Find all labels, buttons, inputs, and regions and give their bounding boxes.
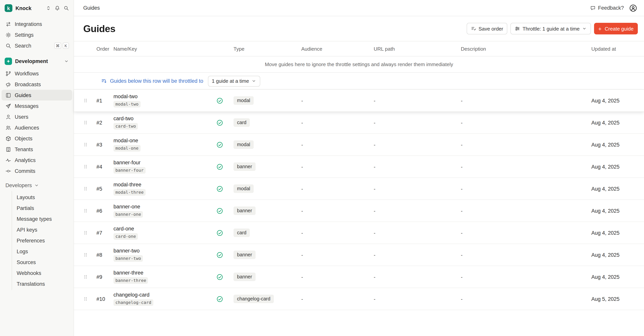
guide-row[interactable]: #3 modal-one modal-one modal - - - Aug 4… [74,134,644,156]
sidebar-item-users[interactable]: Users [2,111,72,122]
app-window: k Knock Integrations Settings Search [0,0,644,336]
sidebar-item-broadcasts[interactable]: Broadcasts [2,79,72,90]
drag-handle-icon[interactable] [83,252,88,258]
drag-handle-icon[interactable] [83,97,88,104]
guide-updated-at: Aug 4, 2025 [591,208,638,214]
sidebar-item-workflows[interactable]: Workflows [2,68,72,79]
guide-row[interactable]: #4 banner-four banner-four banner - - - … [74,156,644,178]
drag-handle-icon[interactable] [83,164,88,170]
guide-name: changelog-card [114,292,216,298]
guide-key: card-two [114,123,138,130]
throttle-sort-icon [101,78,107,84]
objects-icon [6,136,11,141]
sidebar-item-audiences[interactable]: Audiences [2,122,72,133]
no-throttle-dropzone[interactable]: Move guides here to ignore the throttle … [74,56,644,73]
throttle-dropdown-button[interactable]: Throttle: 1 guide at a time [510,23,591,34]
guide-name: banner-four [114,160,216,166]
guide-audience: - [301,142,374,148]
sidebar-item-integrations[interactable]: Integrations [0,18,74,29]
sidebar-item-guides[interactable]: Guides [2,90,72,101]
environment-name: Development [15,58,48,64]
guide-order: #4 [96,164,114,169]
workspace-expand-icon[interactable] [46,5,51,11]
drag-handle-icon[interactable] [83,142,88,148]
feedback-button[interactable]: Feedback? [590,5,624,11]
guide-active-check-icon [216,97,223,104]
guide-row[interactable]: #8 banner-two banner-two banner - - - Au… [74,244,644,266]
save-order-button[interactable]: Save order [467,23,508,34]
page-head: Guides Save order Throttle: 1 guide at a… [74,16,644,41]
guide-row[interactable]: #2 card-two card-two card - - - Aug 4, 2… [74,112,644,134]
guide-key: card-one [114,233,138,240]
feedback-bubble-icon [590,5,596,11]
sidebar-item-partials[interactable]: Partials [12,203,74,213]
guide-name-cell: card-two card-two [114,115,216,130]
integrations-icon [6,21,11,27]
guide-active-check-icon [216,163,223,170]
drag-handle-icon[interactable] [83,185,88,192]
sidebar-item-api-keys[interactable]: API keys [12,224,74,235]
guide-url-path: - [374,274,461,280]
sidebar-item-messages[interactable]: Messages [2,101,72,111]
sidebar-item-label: Messages [15,103,38,109]
tenants-icon [6,146,11,152]
sidebar-item-message-types[interactable]: Message types [12,213,74,224]
drag-handle-icon[interactable] [83,296,88,302]
guide-description: - [461,98,591,103]
environment-switcher[interactable]: Development [0,55,74,67]
developers-section-toggle[interactable]: Developers [0,179,74,191]
guide-key: modal-one [114,145,140,152]
guide-row[interactable]: #9 banner-three banner-three banner - - … [74,266,644,288]
sidebar-item-objects[interactable]: Objects [2,133,72,144]
guide-name: banner-one [114,203,216,210]
workspace-switcher[interactable]: k Knock [0,0,74,16]
sidebar-item-webhooks[interactable]: Webhooks [12,268,74,278]
sidebar-item-label: Partials [17,205,34,211]
main-area: Guides Feedback? Guides Save order [74,0,644,336]
guide-name: banner-three [114,270,216,276]
sidebar-item-layouts[interactable]: Layouts [12,192,74,203]
guide-name-cell: modal-two modal-two [114,93,216,108]
guide-description: - [461,120,591,126]
sidebar-item-settings[interactable]: Settings [0,29,74,40]
throttle-value-dropdown[interactable]: 1 guide at a time [208,76,260,86]
drag-handle-icon[interactable] [83,208,88,214]
notifications-bell-icon[interactable] [54,5,60,11]
create-guide-button[interactable]: + Create guide [594,23,638,34]
save-order-icon [471,26,476,31]
guide-row[interactable]: #1 modal-two modal-two modal - - - Aug 4… [74,90,644,112]
guide-description: - [461,252,591,258]
sidebar-item-translations[interactable]: Translations [12,278,74,289]
sidebar-item-tenants[interactable]: Tenants [2,144,72,155]
guide-updated-at: Aug 4, 2025 [591,230,638,236]
search-icon[interactable] [64,5,69,11]
sidebar-item-commits[interactable]: Commits [2,166,72,176]
guide-row[interactable]: #6 banner-one banner-one banner - - - Au… [74,200,644,222]
guide-order: #9 [96,274,114,280]
sidebar-item-sources[interactable]: Sources [12,257,74,268]
sidebar-item-label: Users [15,114,28,120]
guide-url-path: - [374,120,461,126]
throttle-divider-row: Guides below this row will be throttled … [74,73,644,90]
drag-handle-icon[interactable] [83,274,88,280]
sidebar-item-logs[interactable]: Logs [12,246,74,257]
guide-url-path: - [374,252,461,258]
guide-active-check-icon [216,141,223,148]
sidebar-item-analytics[interactable]: Analytics [2,155,72,166]
guide-type-badge: banner [234,206,256,215]
sidebar-item-preferences[interactable]: Preferences [12,235,74,246]
sidebar-item-label: Sources [17,259,36,265]
guide-row[interactable]: #5 modal-three modal-three modal - - - A… [74,178,644,200]
guide-name-cell: modal-one modal-one [114,138,216,152]
drag-handle-icon[interactable] [83,120,88,126]
guide-key: banner-two [114,255,143,262]
guide-row[interactable]: #7 card-one card-one card - - - Aug 4, 2… [74,222,644,244]
guide-row[interactable]: #10 changelog-card changelog-card change… [74,288,644,310]
guide-key: changelog-card [114,300,153,306]
sidebar-item-search[interactable]: Search ⌘ K [0,40,74,51]
guide-name: banner-two [114,248,216,254]
user-avatar-icon[interactable] [629,4,637,12]
breadcrumb: Guides [83,5,100,11]
drag-handle-icon[interactable] [83,230,88,236]
guide-audience: - [301,98,374,103]
